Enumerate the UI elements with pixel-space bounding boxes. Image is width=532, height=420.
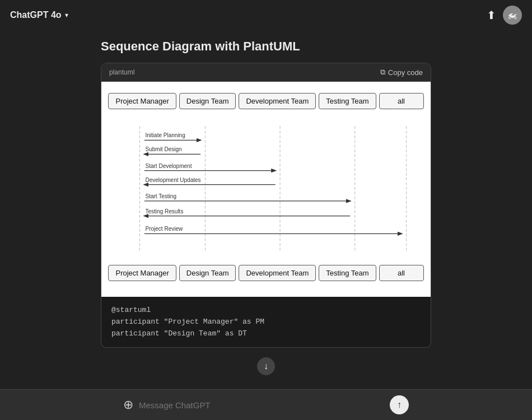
participant-testing-team-bottom[interactable]: Testing Team: [319, 265, 376, 281]
participant-design-team-bottom[interactable]: Design Team: [179, 265, 236, 281]
page-title: Sequence Diagram with PlantUML: [101, 39, 431, 54]
header: ChatGPT 4o ▾ ⬆ 🏍: [0, 0, 532, 30]
avatar: 🏍: [503, 6, 522, 25]
svg-text:Start Testing: Start Testing: [145, 193, 176, 199]
bottom-participants-row: Project Manager Design Team Development …: [107, 265, 425, 281]
top-participants-row: Project Manager Design Team Development …: [107, 93, 425, 109]
diagram-area: Project Manager Design Team Development …: [101, 82, 431, 297]
participant-development-team-bottom[interactable]: Development Team: [239, 265, 316, 281]
app-title: ChatGPT 4o: [10, 10, 62, 20]
attach-button[interactable]: ⊕: [123, 398, 133, 412]
copy-code-button[interactable]: ⧉ Copy code: [380, 68, 423, 77]
participant-design-team-top[interactable]: Design Team: [179, 93, 236, 109]
code-lang: plantuml: [109, 68, 134, 76]
code-text: @startuml participant "Project Manager" …: [111, 305, 421, 339]
code-block-header: plantuml ⧉ Copy code: [101, 63, 431, 82]
participant-project-manager-top[interactable]: Project Manager: [108, 93, 176, 109]
participant-all-top[interactable]: all: [379, 93, 424, 109]
code-block: plantuml ⧉ Copy code Project Manager Des…: [101, 63, 431, 348]
participant-project-manager-bottom[interactable]: Project Manager: [108, 265, 176, 281]
send-button[interactable]: ↑: [390, 395, 409, 414]
svg-text:Project Review: Project Review: [145, 226, 183, 232]
svg-text:Submit Design: Submit Design: [145, 146, 181, 152]
participant-testing-team-top[interactable]: Testing Team: [319, 93, 376, 109]
message-input[interactable]: [139, 400, 384, 410]
main-content: Sequence Diagram with PlantUML plantuml …: [0, 30, 532, 383]
svg-text:Start Development: Start Development: [145, 163, 192, 169]
code-text-area: @startuml participant "Project Manager" …: [101, 297, 431, 347]
participant-all-bottom[interactable]: all: [379, 265, 424, 281]
copy-icon: ⧉: [380, 68, 385, 77]
scroll-down-button[interactable]: ↓: [257, 357, 275, 375]
chevron-down-icon[interactable]: ▾: [65, 11, 68, 19]
svg-text:Development Updates: Development Updates: [145, 177, 200, 183]
input-bar: ⊕ ↑: [0, 389, 532, 420]
svg-text:Testing Results: Testing Results: [145, 208, 183, 214]
header-left: ChatGPT 4o ▾: [10, 10, 68, 20]
sequence-diagram-svg: Initiate Planning Submit Design Start De…: [107, 114, 425, 265]
share-button[interactable]: ⬆: [487, 8, 496, 22]
participant-development-team-top[interactable]: Development Team: [239, 93, 316, 109]
header-right: ⬆ 🏍: [487, 6, 522, 25]
svg-text:Initiate Planning: Initiate Planning: [145, 132, 185, 138]
